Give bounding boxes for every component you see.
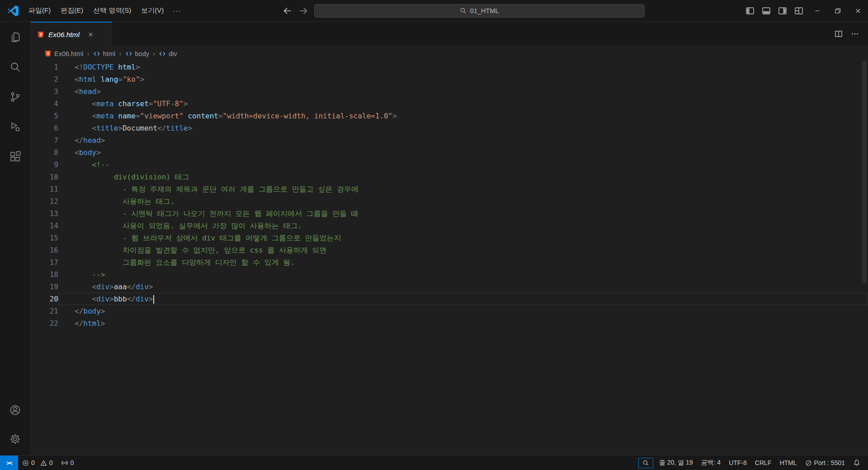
toggle-secondary-sidebar-icon[interactable] [774, 0, 791, 21]
menu-edit[interactable]: 편집(E) [56, 0, 88, 21]
tab-close-icon[interactable] [87, 31, 94, 38]
line-number-21[interactable]: 21 [31, 305, 58, 317]
line-number-17[interactable]: 17 [31, 256, 58, 268]
code-line-19[interactable]: 19 <div>aaa</div> [31, 281, 868, 293]
line-number-22[interactable]: 22 [31, 317, 58, 329]
encoding-setting[interactable]: UTF-8 [725, 456, 751, 470]
line-number-15[interactable]: 15 [31, 232, 58, 244]
explorer-icon [9, 31, 21, 43]
line-number-12[interactable]: 12 [31, 195, 58, 207]
ports-indicator[interactable]: 0 [57, 456, 78, 470]
activity-source-control[interactable] [3, 84, 28, 109]
code-line-3[interactable]: 3<head> [31, 85, 868, 98]
line-number-2[interactable]: 2 [31, 73, 58, 85]
eol-setting[interactable]: CRLF [751, 456, 776, 470]
line-number-14[interactable]: 14 [31, 220, 58, 232]
breadcrumb-label: Ex06.html [54, 50, 83, 57]
customize-layout-icon[interactable] [791, 0, 807, 21]
line-number-11[interactable]: 11 [31, 183, 58, 195]
activity-extensions[interactable] [3, 144, 28, 169]
zoom-indicator[interactable] [638, 458, 653, 468]
code-line-11[interactable]: 11 - 특정 주제의 제목과 문단 여러 개를 그룹으로 만들고 싶은 경우에 [31, 183, 868, 195]
problems-indicator[interactable]: 0 0 [18, 456, 57, 470]
code-text: 그룹화된 요소를 다양하게 디자인 할 수 있게 됨. [58, 256, 868, 268]
language-mode[interactable]: HTML [775, 456, 801, 470]
code-line-14[interactable]: 14 사용이 되었음. 실무에서 가장 많이 사용하는 태그. [31, 220, 868, 232]
window-close-button[interactable] [848, 0, 868, 21]
toggle-panel-icon[interactable] [758, 0, 774, 21]
run-debug-icon [9, 121, 21, 133]
line-number-20[interactable]: 20 [31, 293, 58, 305]
line-number-1[interactable]: 1 [31, 61, 58, 73]
code-line-9[interactable]: 9 <!-- [31, 159, 868, 171]
code-line-6[interactable]: 6 <title>Document</title> [31, 122, 868, 134]
menu-file[interactable]: 파일(F) [24, 0, 56, 21]
remote-indicator[interactable]: >< [0, 456, 18, 470]
code-text: </head> [58, 134, 868, 146]
breadcrumb-item-html[interactable]: html [93, 50, 115, 57]
menu-more[interactable]: ··· [169, 0, 185, 21]
code-text: <head> [58, 85, 868, 98]
code-line-2[interactable]: 2<html lang="ko"> [31, 73, 868, 85]
line-number-18[interactable]: 18 [31, 268, 58, 281]
split-editor-icon[interactable] [835, 30, 843, 38]
code-line-20[interactable]: 20 <div>bbb</div> [31, 293, 868, 305]
code-text: <meta charset="UTF-8"> [58, 98, 868, 110]
code-line-15[interactable]: 15 - 웹 브라우저 상에서 div 태그를 어떻게 그룹으로 만들었는지 [31, 232, 868, 244]
line-number-19[interactable]: 19 [31, 281, 58, 293]
line-number-10[interactable]: 10 [31, 171, 58, 183]
code-line-12[interactable]: 12 사용하는 태그. [31, 195, 868, 207]
menu-selection[interactable]: 선택 영역(S) [88, 0, 136, 21]
code-line-21[interactable]: 21</body> [31, 305, 868, 317]
code-line-22[interactable]: 22</html> [31, 317, 868, 329]
back-arrow-icon[interactable] [283, 6, 292, 16]
line-number-13[interactable]: 13 [31, 207, 58, 220]
activity-explorer[interactable] [3, 24, 28, 50]
forward-arrow-icon[interactable] [298, 6, 308, 16]
menu-view[interactable]: 보기(V) [136, 0, 169, 21]
code-line-7[interactable]: 7</head> [31, 134, 868, 146]
title-bar: 파일(F)편집(E)선택 영역(S)보기(V)··· 01_HTML [0, 0, 868, 22]
command-center-search[interactable]: 01_HTML [314, 4, 645, 18]
toggle-primary-sidebar-icon[interactable] [742, 0, 758, 21]
line-number-16[interactable]: 16 [31, 244, 58, 256]
tab-ex06-html[interactable]: 5 Ex06.html [31, 22, 112, 47]
breadcrumb-item-div[interactable]: div [159, 50, 177, 57]
line-number-9[interactable]: 9 [31, 159, 58, 171]
breadcrumb-item-body[interactable]: body [125, 50, 149, 57]
code-line-16[interactable]: 16 차이점을 발견할 수 없지만, 앞으로 css 를 사용하게 되면 [31, 244, 868, 256]
more-actions-icon[interactable] [851, 30, 859, 38]
editor[interactable]: 1<!DOCTYPE html>2<html lang="ko">3<head>… [31, 61, 868, 455]
live-server-port[interactable]: Port : 5501 [801, 456, 849, 470]
text-caret [153, 295, 154, 304]
notifications[interactable] [849, 456, 864, 470]
maximize-restore-button[interactable] [827, 0, 848, 21]
editor-scrollbar[interactable] [862, 61, 867, 283]
settings-icon [9, 433, 21, 445]
line-number-8[interactable]: 8 [31, 146, 58, 159]
code-line-13[interactable]: 13 - 시멘틱 태그가 나오기 전까지 모든 웹 페이지에서 그룹을 만들 때 [31, 207, 868, 220]
cursor-position[interactable]: 줄 20, 열 19 [655, 456, 697, 470]
breadcrumb-item-ex06-html[interactable]: 5Ex06.html [44, 50, 83, 57]
activity-settings[interactable] [3, 426, 28, 451]
activity-run-debug[interactable] [3, 114, 28, 139]
code-line-8[interactable]: 8<body> [31, 146, 868, 159]
breadcrumb-label: div [169, 50, 177, 57]
code-line-10[interactable]: 10 div(division) 태그 [31, 171, 868, 183]
line-number-5[interactable]: 5 [31, 110, 58, 122]
code-line-18[interactable]: 18 --> [31, 268, 868, 281]
line-number-6[interactable]: 6 [31, 122, 58, 134]
code-text: <body> [58, 146, 868, 159]
code-line-17[interactable]: 17 그룹화된 요소를 다양하게 디자인 할 수 있게 됨. [31, 256, 868, 268]
code-line-1[interactable]: 1<!DOCTYPE html> [31, 61, 868, 73]
activity-accounts[interactable] [3, 397, 28, 423]
code-line-4[interactable]: 4 <meta charset="UTF-8"> [31, 98, 868, 110]
line-number-3[interactable]: 3 [31, 85, 58, 98]
line-number-4[interactable]: 4 [31, 98, 58, 110]
minimize-button[interactable] [807, 0, 827, 21]
line-number-7[interactable]: 7 [31, 134, 58, 146]
code-line-5[interactable]: 5 <meta name="viewport" content="width=d… [31, 110, 868, 122]
indentation-setting[interactable]: 공백: 4 [697, 456, 725, 470]
editor-actions [835, 22, 868, 46]
activity-search[interactable] [3, 54, 28, 80]
